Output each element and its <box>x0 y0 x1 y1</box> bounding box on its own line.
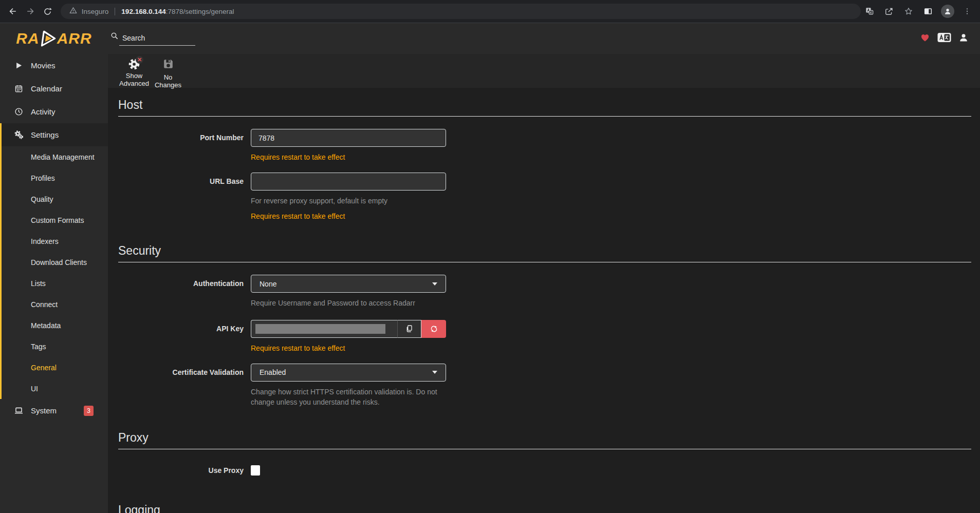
logo-text-left: RA <box>16 30 39 47</box>
section-logging: Logging Log Level Info <box>118 503 971 513</box>
certificate-validation-select[interactable]: Enabled <box>251 364 446 382</box>
section-title: Security <box>118 244 971 262</box>
calendar-icon <box>13 84 24 93</box>
submenu-item-custom-formats[interactable]: Custom Formats <box>2 210 108 231</box>
bookmark-star-icon[interactable] <box>900 3 917 20</box>
section-proxy: Proxy Use Proxy <box>118 431 971 480</box>
user-icon[interactable] <box>958 32 969 45</box>
security-label[interactable]: Inseguro <box>82 8 109 15</box>
radarr-logo[interactable]: RA ARR <box>0 29 108 48</box>
api-key-group <box>251 320 446 338</box>
restart-warning: Requires restart to take effect <box>251 153 446 161</box>
field-label: Port Number <box>118 129 251 161</box>
browser-toolbar: Inseguro 192.168.0.144:7878/settings/gen… <box>0 0 980 23</box>
sidebar-item-movies[interactable]: Movies <box>0 54 108 77</box>
laptop-icon <box>13 406 24 415</box>
certificate-validation-row: Certificate Validation Enabled Change ho… <box>118 364 971 408</box>
submenu-item-indexers[interactable]: Indexers <box>2 231 108 252</box>
content: ✕ Show Advanced No Changes Host Port Num <box>108 54 980 513</box>
field-label: URL Base <box>118 173 251 220</box>
no-changes-button[interactable]: No Changes <box>152 58 184 89</box>
address-bar[interactable]: Inseguro 192.168.0.144:7878/settings/gen… <box>61 4 861 19</box>
back-icon[interactable] <box>4 3 22 20</box>
app-header: RA ARR <box>0 23 980 54</box>
submenu-item-download-clients[interactable]: Download Clients <box>2 252 108 273</box>
submenu-item-connect[interactable]: Connect <box>2 294 108 315</box>
sidebar-item-activity[interactable]: Activity <box>0 100 108 123</box>
submenu-item-metadata[interactable]: Metadata <box>2 315 108 336</box>
use-proxy-checkbox[interactable] <box>251 465 260 476</box>
refresh-sync-icon <box>430 325 438 333</box>
submenu-item-general[interactable]: General <box>2 357 108 378</box>
sidebar-item-label: System <box>31 406 57 415</box>
sidebar-item-settings[interactable]: Settings <box>2 123 108 146</box>
side-panel-icon[interactable] <box>919 3 937 20</box>
section-security: Security Authentication None Require Use… <box>118 244 971 407</box>
url-path: :7878/settings/general <box>166 8 234 15</box>
redacted-api-key <box>255 324 385 334</box>
search-icon <box>110 31 119 43</box>
submenu-item-lists[interactable]: Lists <box>2 273 108 294</box>
show-advanced-button[interactable]: ✕ Show Advanced <box>118 58 150 88</box>
port-number-input[interactable] <box>251 129 446 147</box>
caret-down-icon <box>432 371 437 374</box>
menu-dots-icon[interactable] <box>958 3 976 20</box>
main: Movies Calendar Activity <box>0 54 980 513</box>
search-bar <box>110 31 195 46</box>
section-host: Host Port Number Requires restart to tak… <box>118 98 971 220</box>
no-changes-label: No Changes <box>152 73 184 89</box>
system-badge: 3 <box>84 406 94 416</box>
sidebar-item-calendar[interactable]: Calendar <box>0 77 108 100</box>
use-proxy-row: Use Proxy <box>118 462 971 480</box>
clock-icon <box>13 107 24 116</box>
search-underline <box>119 45 195 46</box>
api-key-input[interactable] <box>251 320 397 338</box>
submenu-item-ui[interactable]: UI <box>2 378 108 399</box>
advanced-gear-icon: ✕ <box>127 58 141 71</box>
field-label: Authentication <box>118 275 251 308</box>
save-floppy-icon <box>162 58 175 72</box>
settings-submenu: Media Management Profiles Quality Custom… <box>2 146 108 399</box>
profile-avatar[interactable] <box>939 3 956 20</box>
avatar <box>941 5 954 18</box>
url-base-input[interactable] <box>251 173 446 191</box>
caret-down-icon <box>432 282 437 286</box>
url-base-row: URL Base For reverse proxy support, defa… <box>118 173 971 220</box>
port-number-row: Port Number Requires restart to take eff… <box>118 129 971 161</box>
field-hint: Change how strict HTTPS certification va… <box>251 387 446 408</box>
restart-warning: Requires restart to take effect <box>251 212 446 220</box>
translate-icon[interactable] <box>937 32 951 45</box>
submenu-item-profiles[interactable]: Profiles <box>2 167 108 188</box>
section-title: Host <box>118 98 971 117</box>
field-hint: For reverse proxy support, default is em… <box>251 196 446 206</box>
restart-warning: Requires restart to take effect <box>251 344 446 352</box>
forward-icon[interactable] <box>22 3 39 20</box>
sidebar: Movies Calendar Activity <box>0 54 108 513</box>
page-toolbar: ✕ Show Advanced No Changes <box>108 54 980 88</box>
sidebar-item-label: Movies <box>31 61 56 70</box>
x-badge-icon: ✕ <box>136 56 143 64</box>
search-input[interactable] <box>119 32 191 45</box>
copy-clipboard-icon <box>405 324 414 333</box>
authentication-select[interactable]: None <box>251 275 446 293</box>
play-logo-icon <box>38 29 59 48</box>
submenu-item-tags[interactable]: Tags <box>2 336 108 357</box>
submenu-item-quality[interactable]: Quality <box>2 188 108 210</box>
section-title: Proxy <box>118 431 971 449</box>
reload-icon[interactable] <box>39 3 57 20</box>
regenerate-api-key-button[interactable] <box>421 320 446 338</box>
field-label: API Key <box>118 320 251 352</box>
url-host: 192.168.0.144 <box>121 8 165 15</box>
submenu-item-media-management[interactable]: Media Management <box>2 146 108 167</box>
translate-icon[interactable] <box>861 3 878 20</box>
divider <box>115 8 115 15</box>
copy-api-key-button[interactable] <box>397 320 421 338</box>
field-label: Use Proxy <box>118 462 251 480</box>
share-icon[interactable] <box>880 3 898 20</box>
selected-value: Enabled <box>260 368 432 376</box>
sidebar-item-label: Calendar <box>31 84 62 93</box>
donate-heart-icon[interactable] <box>920 32 930 45</box>
sidebar-item-system[interactable]: System 3 <box>0 399 108 422</box>
sidebar-item-label: Settings <box>31 130 59 139</box>
section-title: Logging <box>118 503 971 513</box>
